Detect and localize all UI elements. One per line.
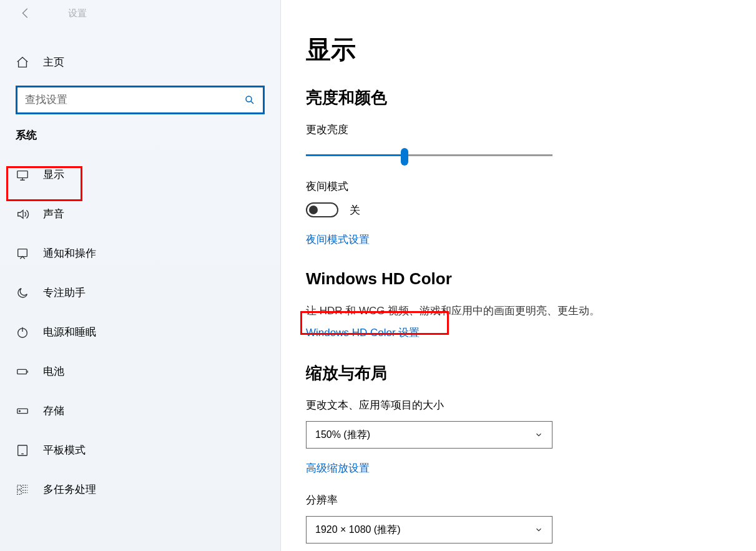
sidebar-item-tablet[interactable]: 平板模式 bbox=[0, 430, 280, 470]
nav-label: 存储 bbox=[43, 404, 64, 418]
nav-label: 多任务处理 bbox=[43, 482, 96, 497]
home-icon bbox=[16, 56, 29, 69]
toggle-knob bbox=[309, 206, 318, 214]
svg-point-0 bbox=[246, 96, 252, 102]
night-mode-settings-link[interactable]: 夜间模式设置 bbox=[306, 232, 370, 247]
sidebar-home[interactable]: 主页 bbox=[0, 46, 280, 78]
resolution-value: 1920 × 1080 (推荐) bbox=[315, 524, 401, 537]
sidebar-item-power[interactable]: 电源和睡眠 bbox=[0, 312, 280, 352]
monitor-icon bbox=[16, 168, 29, 182]
night-mode-state: 关 bbox=[350, 203, 360, 217]
sidebar: 设置 主页 系统 显示 bbox=[0, 0, 281, 551]
sidebar-category: 系统 bbox=[0, 114, 280, 149]
notification-icon bbox=[16, 247, 29, 261]
svg-rect-4 bbox=[17, 369, 27, 374]
battery-icon bbox=[16, 365, 29, 379]
scale-label: 更改文本、应用等项目的大小 bbox=[306, 398, 722, 412]
advanced-scale-link[interactable]: 高级缩放设置 bbox=[306, 461, 370, 475]
storage-icon bbox=[16, 404, 29, 418]
window-title: 设置 bbox=[68, 7, 87, 19]
page-title: 显示 bbox=[306, 32, 722, 67]
search-input[interactable] bbox=[25, 94, 244, 106]
sidebar-item-notifications[interactable]: 通知和操作 bbox=[0, 234, 280, 273]
sidebar-item-display[interactable]: 显示 bbox=[0, 155, 280, 194]
multitask-icon bbox=[16, 483, 29, 497]
sidebar-item-sound[interactable]: 声音 bbox=[0, 194, 280, 234]
hdcolor-description: 让 HDR 和 WCG 视频、游戏和应用中的画面更明亮、更生动。 bbox=[306, 302, 722, 319]
nav-label: 电池 bbox=[43, 364, 64, 379]
resolution-dropdown[interactable]: 1920 × 1080 (推荐) bbox=[306, 516, 552, 544]
search-box[interactable] bbox=[16, 86, 265, 114]
sidebar-item-battery[interactable]: 电池 bbox=[0, 352, 280, 391]
night-mode-label: 夜间模式 bbox=[306, 179, 722, 194]
night-mode-toggle[interactable] bbox=[306, 202, 338, 217]
chevron-down-icon bbox=[534, 430, 543, 439]
section-hdcolor: Windows HD Color bbox=[306, 269, 722, 289]
scale-value: 150% (推荐) bbox=[315, 429, 370, 442]
main-content: 显示 亮度和颜色 更改亮度 夜间模式 关 夜间模式设置 Windows HD C… bbox=[281, 0, 756, 551]
scale-dropdown[interactable]: 150% (推荐) bbox=[306, 421, 552, 449]
section-scale: 缩放与布局 bbox=[306, 362, 722, 384]
nav-label: 声音 bbox=[43, 207, 64, 221]
nav-label: 显示 bbox=[43, 167, 64, 182]
slider-fill bbox=[306, 154, 405, 156]
home-label: 主页 bbox=[43, 55, 64, 69]
resolution-label: 分辨率 bbox=[306, 493, 722, 507]
svg-rect-1 bbox=[17, 171, 28, 177]
search-icon bbox=[244, 94, 255, 106]
svg-point-6 bbox=[19, 410, 21, 412]
sidebar-item-storage[interactable]: 存储 bbox=[0, 391, 280, 430]
sidebar-nav: 显示 声音 通知和操作 专注助手 bbox=[0, 155, 280, 509]
hdcolor-settings-link[interactable]: Windows HD Color 设置 bbox=[306, 325, 420, 340]
sound-icon bbox=[16, 207, 29, 221]
sidebar-item-focus[interactable]: 专注助手 bbox=[0, 273, 280, 312]
nav-label: 平板模式 bbox=[43, 443, 86, 457]
chevron-down-icon bbox=[534, 525, 543, 534]
nav-label: 电源和睡眠 bbox=[43, 325, 96, 339]
power-icon bbox=[16, 325, 29, 339]
svg-rect-2 bbox=[18, 249, 27, 256]
slider-thumb[interactable] bbox=[401, 148, 408, 166]
sidebar-item-multitask[interactable]: 多任务处理 bbox=[0, 470, 280, 509]
tablet-icon bbox=[16, 444, 29, 457]
section-brightness: 亮度和颜色 bbox=[306, 87, 722, 109]
brightness-label: 更改亮度 bbox=[306, 122, 722, 137]
brightness-slider[interactable] bbox=[306, 146, 552, 166]
nav-label: 专注助手 bbox=[43, 285, 86, 300]
nav-label: 通知和操作 bbox=[43, 246, 96, 261]
back-button[interactable] bbox=[19, 6, 37, 25]
moon-icon bbox=[16, 286, 29, 300]
